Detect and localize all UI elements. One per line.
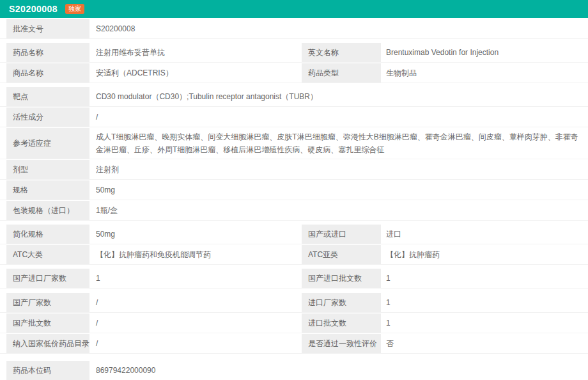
table-row: 参考适应症 成人T细胞淋巴瘤、晚期实体瘤、间变大细胞淋巴瘤、皮肤T淋巴细胞瘤、弥… — [0, 128, 588, 159]
table-row: 批准文号 S20200008 — [0, 19, 588, 38]
field-label: 国产或进口 — [302, 225, 381, 244]
field-label: 英文名称 — [302, 43, 381, 62]
table-row: 药品名称 注射用维布妥昔单抗 英文名称 Brentuximab Vedotin … — [0, 43, 588, 62]
field-label: 包装规格（进口） — [6, 201, 89, 220]
field-value: 成人T细胞淋巴瘤、晚期实体瘤、间变大细胞淋巴瘤、皮肤T淋巴细胞瘤、弥漫性大B细胞… — [89, 128, 588, 159]
row-pane-left: 简化规格 50mg — [6, 225, 294, 244]
table-row: 活性成分 / — [0, 107, 588, 127]
field-value: 进口 — [381, 225, 588, 244]
field-value: 【化】抗肿瘤药和免疫机能调节药 — [89, 245, 294, 264]
field-label: 药品类型 — [302, 63, 381, 83]
field-label: 简化规格 — [6, 225, 89, 244]
field-value: CD30 modulator（CD30）;Tubulin receptor an… — [89, 87, 588, 106]
field-label: 国产厂家数 — [6, 293, 89, 312]
field-label: 药品名称 — [6, 43, 89, 62]
field-label: 纳入国家低价药品目录 — [6, 334, 89, 353]
row-pane-left: 国产进口厂家数 1 — [6, 269, 294, 288]
field-value: 安适利（ADCETRIS） — [89, 63, 294, 83]
field-label: 靶点 — [6, 87, 89, 106]
field-label: 国产批文数 — [6, 313, 89, 333]
field-value: / — [89, 313, 294, 333]
field-label: 批准文号 — [6, 19, 89, 38]
row-pane-right: ATC亚类 【化】抗肿瘤药 — [294, 245, 588, 264]
field-value: 【化】抗肿瘤药 — [381, 245, 588, 264]
field-value: 注射剂 — [89, 160, 588, 179]
field-value: 1 — [381, 313, 588, 333]
record-header-bar: S20200008 独家 — [0, 0, 588, 18]
field-label: 进口厂家数 — [302, 293, 381, 312]
table-row: 商品名称 安适利（ADCETRIS） 药品类型 生物制品 — [0, 63, 588, 83]
field-value: S20200008 — [89, 19, 588, 38]
field-value: 生物制品 — [381, 63, 588, 83]
field-value: / — [89, 293, 294, 312]
section-standard-code: 药品本位码 86979422000090 — [0, 361, 588, 380]
table-row: ATC大类 【化】抗肿瘤药和免疫机能调节药 ATC亚类 【化】抗肿瘤药 — [0, 245, 588, 264]
field-value: 1 — [381, 293, 588, 312]
field-label: 是否通过一致性评价 — [302, 334, 381, 353]
section-approval: 批准文号 S20200008 — [0, 19, 588, 38]
row-pane-right: 进口厂家数 1 — [294, 293, 588, 312]
row-pane-right: 英文名称 Brentuximab Vedotin for Injection — [294, 43, 588, 62]
row-pane-left: 纳入国家低价药品目录 / — [6, 334, 294, 353]
field-value: 否 — [381, 334, 588, 353]
table-row: 包装规格（进口） 1瓶/盒 — [0, 201, 588, 220]
section-combined-counts: 国产进口厂家数 1 国产进口批文数 1 — [0, 269, 588, 288]
field-value: 1 — [381, 269, 588, 288]
field-label: 国产进口厂家数 — [6, 269, 89, 288]
field-value: Brentuximab Vedotin for Injection — [381, 43, 588, 62]
row-pane-left: 药品名称 注射用维布妥昔单抗 — [6, 43, 294, 62]
table-row: 药品本位码 86979422000090 — [0, 361, 588, 380]
field-value: 注射用维布妥昔单抗 — [89, 43, 294, 62]
field-label: 活性成分 — [6, 107, 89, 127]
table-row: 靶点 CD30 modulator（CD30）;Tubulin receptor… — [0, 87, 588, 106]
field-label: 药品本位码 — [6, 361, 89, 380]
field-value: / — [89, 107, 588, 127]
row-pane-left: ATC大类 【化】抗肿瘤药和免疫机能调节药 — [6, 245, 294, 264]
approval-number-title: S20200008 — [9, 4, 58, 14]
row-pane-left: 国产厂家数 / — [6, 293, 294, 312]
field-label: 进口批文数 — [302, 313, 381, 333]
table-row: 国产进口厂家数 1 国产进口批文数 1 — [0, 269, 588, 288]
table-row: 国产批文数 / 进口批文数 1 — [0, 313, 588, 333]
row-pane-right: 进口批文数 1 — [294, 313, 588, 333]
field-value: 1瓶/盒 — [89, 201, 588, 220]
exclusive-badge: 独家 — [65, 4, 84, 14]
field-label: 国产进口批文数 — [302, 269, 381, 288]
field-label: ATC亚类 — [302, 245, 381, 264]
row-pane-left: 商品名称 安适利（ADCETRIS） — [6, 63, 294, 83]
field-label: 规格 — [6, 180, 89, 200]
field-label: 商品名称 — [6, 63, 89, 83]
table-row: 剂型 注射剂 — [0, 160, 588, 179]
field-value: 50mg — [89, 225, 294, 244]
field-value: / — [89, 334, 294, 353]
table-row: 规格 50mg — [0, 180, 588, 200]
section-classification: 简化规格 50mg 国产或进口 进口 ATC大类 【化】抗肿瘤药和免疫机能调节药… — [0, 225, 588, 264]
drug-record-table: 批准文号 S20200008 药品名称 注射用维布妥昔单抗 英文名称 Brent… — [0, 18, 588, 380]
table-row: 简化规格 50mg 国产或进口 进口 — [0, 225, 588, 244]
row-pane-left: 国产批文数 / — [6, 313, 294, 333]
section-names: 药品名称 注射用维布妥昔单抗 英文名称 Brentuximab Vedotin … — [0, 43, 588, 83]
table-row: 国产厂家数 / 进口厂家数 1 — [0, 293, 588, 312]
field-label: ATC大类 — [6, 245, 89, 264]
field-value: 50mg — [89, 180, 588, 200]
row-pane-right: 药品类型 生物制品 — [294, 63, 588, 83]
field-label: 参考适应症 — [6, 128, 89, 159]
section-split-counts: 国产厂家数 / 进口厂家数 1 国产批文数 / 进口批文数 1 纳入国家低价药品… — [0, 293, 588, 353]
table-row: 纳入国家低价药品目录 / 是否通过一致性评价 否 — [0, 334, 588, 353]
row-pane-right: 国产进口批文数 1 — [294, 269, 588, 288]
field-label: 剂型 — [6, 160, 89, 179]
row-pane-right: 是否通过一致性评价 否 — [294, 334, 588, 353]
section-details: 靶点 CD30 modulator（CD30）;Tubulin receptor… — [0, 87, 588, 220]
field-value: 1 — [89, 269, 294, 288]
row-pane-right: 国产或进口 进口 — [294, 225, 588, 244]
field-value: 86979422000090 — [89, 361, 588, 380]
